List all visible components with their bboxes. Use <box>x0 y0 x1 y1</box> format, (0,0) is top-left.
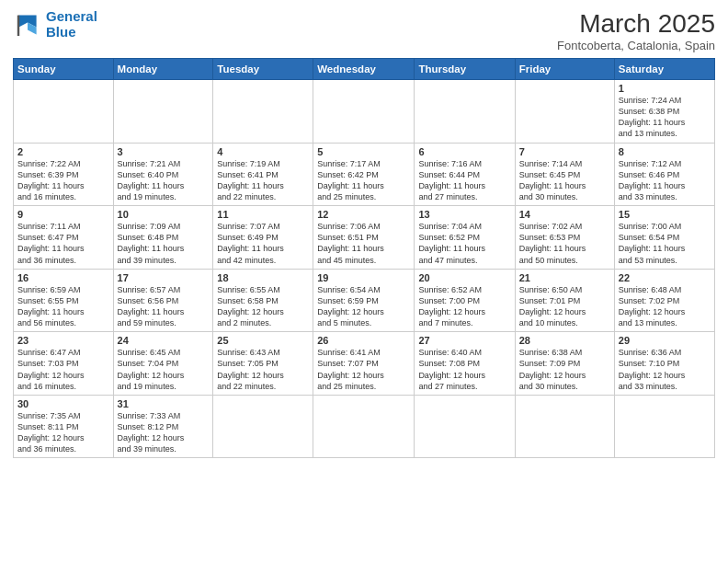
calendar-week-row: 23Sunrise: 6:47 AM Sunset: 7:03 PM Dayli… <box>14 332 715 396</box>
calendar-cell: 7Sunrise: 7:14 AM Sunset: 6:45 PM Daylig… <box>515 143 614 206</box>
calendar-cell <box>213 395 313 458</box>
day-info: Sunrise: 6:40 AM Sunset: 7:08 PM Dayligh… <box>418 347 510 392</box>
calendar-cell: 19Sunrise: 6:54 AM Sunset: 6:59 PM Dayli… <box>313 269 415 332</box>
month-year: March 2025 <box>557 9 715 39</box>
location: Fontcoberta, Catalonia, Spain <box>557 39 715 52</box>
day-number: 16 <box>17 272 109 283</box>
day-number: 17 <box>118 272 210 283</box>
calendar-cell: 11Sunrise: 7:07 AM Sunset: 6:49 PM Dayli… <box>213 206 313 270</box>
day-info: Sunrise: 7:12 AM Sunset: 6:46 PM Dayligh… <box>619 158 711 203</box>
calendar-cell <box>313 80 415 144</box>
day-number: 19 <box>317 272 410 283</box>
calendar-cell <box>415 80 515 144</box>
title-block: March 2025 Fontcoberta, Catalonia, Spain <box>557 9 715 52</box>
day-number: 9 <box>17 209 109 220</box>
col-wednesday: Wednesday <box>313 59 415 80</box>
calendar-cell: 15Sunrise: 7:00 AM Sunset: 6:54 PM Dayli… <box>614 206 714 270</box>
logo-text: General Blue <box>46 9 97 40</box>
calendar-cell <box>14 80 114 144</box>
calendar-cell: 14Sunrise: 7:02 AM Sunset: 6:53 PM Dayli… <box>515 206 614 270</box>
calendar-week-row: 16Sunrise: 6:59 AM Sunset: 6:55 PM Dayli… <box>14 269 715 332</box>
calendar-week-row: 30Sunrise: 7:35 AM Sunset: 8:11 PM Dayli… <box>14 395 715 458</box>
day-info: Sunrise: 7:14 AM Sunset: 6:45 PM Dayligh… <box>519 158 610 203</box>
logo: General Blue <box>13 9 97 40</box>
day-info: Sunrise: 7:24 AM Sunset: 6:38 PM Dayligh… <box>619 95 711 140</box>
day-number: 30 <box>17 398 109 409</box>
calendar-cell: 20Sunrise: 6:52 AM Sunset: 7:00 PM Dayli… <box>415 269 515 332</box>
day-number: 18 <box>217 272 309 283</box>
calendar-cell: 25Sunrise: 6:43 AM Sunset: 7:05 PM Dayli… <box>213 332 313 396</box>
day-info: Sunrise: 7:00 AM Sunset: 6:54 PM Dayligh… <box>619 221 711 266</box>
calendar-cell <box>213 80 313 144</box>
calendar-cell: 10Sunrise: 7:09 AM Sunset: 6:48 PM Dayli… <box>113 206 213 270</box>
day-number: 25 <box>217 335 309 346</box>
day-info: Sunrise: 7:21 AM Sunset: 6:40 PM Dayligh… <box>118 158 210 203</box>
day-info: Sunrise: 7:17 AM Sunset: 6:42 PM Dayligh… <box>317 158 410 203</box>
day-number: 22 <box>619 272 711 283</box>
day-info: Sunrise: 6:38 AM Sunset: 7:09 PM Dayligh… <box>519 347 610 392</box>
day-info: Sunrise: 6:43 AM Sunset: 7:05 PM Dayligh… <box>217 347 309 392</box>
calendar-cell: 3Sunrise: 7:21 AM Sunset: 6:40 PM Daylig… <box>113 143 213 206</box>
day-info: Sunrise: 6:47 AM Sunset: 7:03 PM Dayligh… <box>17 347 109 392</box>
calendar-week-row: 1Sunrise: 7:24 AM Sunset: 6:38 PM Daylig… <box>14 80 715 144</box>
day-info: Sunrise: 6:50 AM Sunset: 7:01 PM Dayligh… <box>519 284 610 329</box>
col-saturday: Saturday <box>614 59 714 80</box>
calendar-cell <box>313 395 415 458</box>
calendar-cell: 24Sunrise: 6:45 AM Sunset: 7:04 PM Dayli… <box>113 332 213 396</box>
generalblue-logo-icon <box>13 12 42 38</box>
calendar-cell: 21Sunrise: 6:50 AM Sunset: 7:01 PM Dayli… <box>515 269 614 332</box>
calendar-cell: 6Sunrise: 7:16 AM Sunset: 6:44 PM Daylig… <box>415 143 515 206</box>
day-info: Sunrise: 7:07 AM Sunset: 6:49 PM Dayligh… <box>217 221 309 266</box>
day-number: 14 <box>519 209 610 220</box>
calendar-cell: 23Sunrise: 6:47 AM Sunset: 7:03 PM Dayli… <box>14 332 114 396</box>
day-info: Sunrise: 7:33 AM Sunset: 8:12 PM Dayligh… <box>118 410 210 455</box>
calendar-cell: 16Sunrise: 6:59 AM Sunset: 6:55 PM Dayli… <box>14 269 114 332</box>
calendar-cell <box>415 395 515 458</box>
day-info: Sunrise: 7:02 AM Sunset: 6:53 PM Dayligh… <box>519 221 610 266</box>
day-info: Sunrise: 7:22 AM Sunset: 6:39 PM Dayligh… <box>17 158 109 203</box>
day-number: 10 <box>118 209 210 220</box>
calendar-cell: 12Sunrise: 7:06 AM Sunset: 6:51 PM Dayli… <box>313 206 415 270</box>
calendar-cell: 30Sunrise: 7:35 AM Sunset: 8:11 PM Dayli… <box>14 395 114 458</box>
calendar-cell: 4Sunrise: 7:19 AM Sunset: 6:41 PM Daylig… <box>213 143 313 206</box>
calendar-cell: 9Sunrise: 7:11 AM Sunset: 6:47 PM Daylig… <box>14 206 114 270</box>
calendar-table: Sunday Monday Tuesday Wednesday Thursday… <box>13 58 715 458</box>
day-number: 31 <box>118 398 210 409</box>
day-number: 1 <box>619 83 711 94</box>
day-number: 11 <box>217 209 309 220</box>
day-number: 4 <box>217 146 309 157</box>
calendar-cell: 18Sunrise: 6:55 AM Sunset: 6:58 PM Dayli… <box>213 269 313 332</box>
day-info: Sunrise: 6:59 AM Sunset: 6:55 PM Dayligh… <box>17 284 109 329</box>
calendar-cell <box>614 395 714 458</box>
calendar-cell: 5Sunrise: 7:17 AM Sunset: 6:42 PM Daylig… <box>313 143 415 206</box>
day-info: Sunrise: 6:36 AM Sunset: 7:10 PM Dayligh… <box>619 347 711 392</box>
day-info: Sunrise: 6:54 AM Sunset: 6:59 PM Dayligh… <box>317 284 410 329</box>
day-number: 28 <box>519 335 610 346</box>
svg-rect-3 <box>17 15 19 35</box>
calendar-cell: 28Sunrise: 6:38 AM Sunset: 7:09 PM Dayli… <box>515 332 614 396</box>
day-info: Sunrise: 6:52 AM Sunset: 7:00 PM Dayligh… <box>418 284 510 329</box>
day-number: 8 <box>619 146 711 157</box>
day-info: Sunrise: 6:55 AM Sunset: 6:58 PM Dayligh… <box>217 284 309 329</box>
calendar-header-row: Sunday Monday Tuesday Wednesday Thursday… <box>14 59 715 80</box>
calendar-cell: 22Sunrise: 6:48 AM Sunset: 7:02 PM Dayli… <box>614 269 714 332</box>
logo-blue: Blue <box>46 24 76 40</box>
col-monday: Monday <box>113 59 213 80</box>
day-number: 24 <box>118 335 210 346</box>
calendar-cell: 29Sunrise: 6:36 AM Sunset: 7:10 PM Dayli… <box>614 332 714 396</box>
day-number: 2 <box>17 146 109 157</box>
day-number: 3 <box>118 146 210 157</box>
header: General Blue March 2025 Fontcoberta, Cat… <box>13 9 715 52</box>
col-friday: Friday <box>515 59 614 80</box>
day-number: 13 <box>418 209 510 220</box>
day-info: Sunrise: 7:35 AM Sunset: 8:11 PM Dayligh… <box>17 410 109 455</box>
calendar-cell: 13Sunrise: 7:04 AM Sunset: 6:52 PM Dayli… <box>415 206 515 270</box>
day-number: 15 <box>619 209 711 220</box>
calendar-cell: 8Sunrise: 7:12 AM Sunset: 6:46 PM Daylig… <box>614 143 714 206</box>
col-sunday: Sunday <box>14 59 114 80</box>
calendar-cell <box>515 395 614 458</box>
col-tuesday: Tuesday <box>213 59 313 80</box>
day-info: Sunrise: 7:09 AM Sunset: 6:48 PM Dayligh… <box>118 221 210 266</box>
calendar-cell: 2Sunrise: 7:22 AM Sunset: 6:39 PM Daylig… <box>14 143 114 206</box>
day-info: Sunrise: 6:45 AM Sunset: 7:04 PM Dayligh… <box>118 347 210 392</box>
